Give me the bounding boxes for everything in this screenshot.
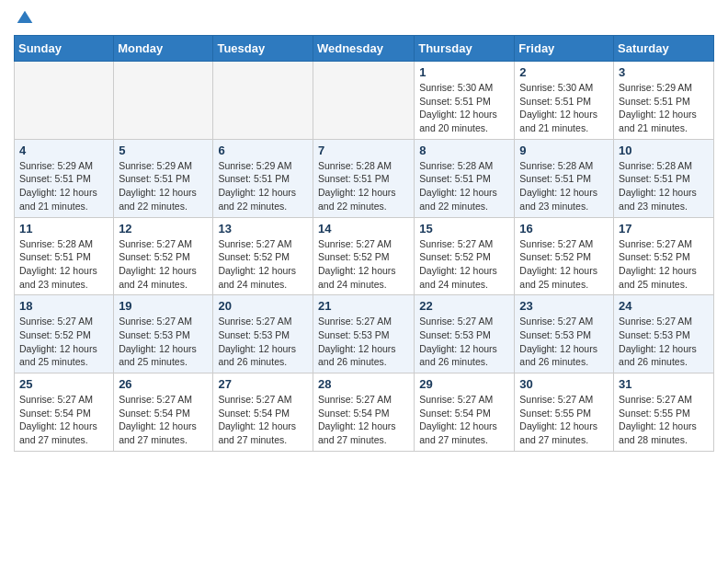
day-number: 11 [19, 222, 108, 236]
weekday-header-sunday: Sunday [15, 36, 114, 62]
calendar-cell: 13Sunrise: 5:27 AMSunset: 5:52 PMDayligh… [213, 217, 313, 295]
weekday-header-wednesday: Wednesday [313, 36, 414, 62]
day-cell-content: Sunrise: 5:27 AMSunset: 5:53 PMDaylight:… [519, 315, 609, 369]
day-cell-content: Sunrise: 5:27 AMSunset: 5:52 PMDaylight:… [519, 237, 609, 292]
calendar-cell: 21Sunrise: 5:27 AMSunset: 5:53 PMDayligh… [313, 295, 414, 373]
calendar-cell: 26Sunrise: 5:27 AMSunset: 5:54 PMDayligh… [114, 373, 213, 452]
calendar-cell [15, 62, 114, 140]
day-cell-content: Sunrise: 5:29 AMSunset: 5:51 PMDaylight:… [218, 159, 308, 213]
day-cell-content: Sunrise: 5:29 AMSunset: 5:51 PMDaylight:… [119, 159, 208, 213]
day-number: 23 [519, 299, 609, 313]
day-cell-content: Sunrise: 5:28 AMSunset: 5:51 PMDaylight:… [519, 159, 609, 213]
day-cell-content: Sunrise: 5:27 AMSunset: 5:52 PMDaylight:… [318, 237, 409, 292]
calendar-cell: 20Sunrise: 5:27 AMSunset: 5:53 PMDayligh… [213, 295, 313, 373]
day-number: 15 [419, 222, 509, 236]
day-number: 22 [419, 299, 509, 313]
day-number: 16 [519, 222, 609, 236]
calendar-cell: 30Sunrise: 5:27 AMSunset: 5:55 PMDayligh… [515, 373, 614, 452]
day-cell-content: Sunrise: 5:29 AMSunset: 5:51 PMDaylight:… [619, 81, 709, 135]
day-number: 19 [119, 299, 208, 313]
day-cell-content: Sunrise: 5:27 AMSunset: 5:53 PMDaylight:… [318, 315, 409, 369]
day-number: 3 [619, 65, 709, 79]
day-number: 18 [19, 299, 108, 313]
weekday-header-saturday: Saturday [614, 36, 714, 62]
calendar-cell: 7Sunrise: 5:28 AMSunset: 5:51 PMDaylight… [313, 139, 414, 217]
calendar-cell: 6Sunrise: 5:29 AMSunset: 5:51 PMDaylight… [213, 139, 313, 217]
day-number: 5 [119, 144, 208, 157]
day-number: 2 [519, 65, 609, 79]
calendar-cell: 29Sunrise: 5:27 AMSunset: 5:54 PMDayligh… [415, 373, 515, 452]
day-number: 27 [218, 377, 308, 391]
day-cell-content: Sunrise: 5:28 AMSunset: 5:51 PMDaylight:… [619, 159, 709, 213]
day-number: 8 [419, 144, 509, 157]
calendar-cell: 3Sunrise: 5:29 AMSunset: 5:51 PMDaylight… [614, 62, 714, 140]
calendar-cell: 31Sunrise: 5:27 AMSunset: 5:55 PMDayligh… [614, 373, 714, 452]
day-cell-content: Sunrise: 5:30 AMSunset: 5:51 PMDaylight:… [419, 81, 509, 135]
calendar-cell [213, 62, 313, 140]
day-cell-content: Sunrise: 5:27 AMSunset: 5:53 PMDaylight:… [419, 315, 509, 369]
day-number: 20 [218, 299, 308, 313]
day-cell-content: Sunrise: 5:27 AMSunset: 5:52 PMDaylight:… [619, 237, 709, 292]
calendar-table: SundayMondayTuesdayWednesdayThursdayFrid… [14, 35, 714, 452]
weekday-header-friday: Friday [515, 36, 614, 62]
weekday-header-row: SundayMondayTuesdayWednesdayThursdayFrid… [15, 36, 714, 62]
logo [14, 9, 34, 28]
calendar-cell: 15Sunrise: 5:27 AMSunset: 5:52 PMDayligh… [415, 217, 515, 295]
day-number: 1 [419, 65, 509, 79]
calendar-cell: 5Sunrise: 5:29 AMSunset: 5:51 PMDaylight… [114, 139, 213, 217]
day-number: 17 [619, 222, 709, 236]
calendar-cell: 16Sunrise: 5:27 AMSunset: 5:52 PMDayligh… [515, 217, 614, 295]
day-cell-content: Sunrise: 5:27 AMSunset: 5:54 PMDaylight:… [218, 393, 308, 447]
logo-icon [16, 9, 34, 28]
calendar-cell: 8Sunrise: 5:28 AMSunset: 5:51 PMDaylight… [415, 139, 515, 217]
day-number: 25 [19, 377, 108, 391]
day-number: 31 [619, 377, 709, 391]
day-number: 9 [519, 144, 609, 157]
day-cell-content: Sunrise: 5:27 AMSunset: 5:54 PMDaylight:… [19, 393, 108, 447]
day-cell-content: Sunrise: 5:27 AMSunset: 5:55 PMDaylight:… [619, 393, 709, 447]
weekday-header-tuesday: Tuesday [213, 36, 313, 62]
day-cell-content: Sunrise: 5:27 AMSunset: 5:54 PMDaylight:… [419, 393, 509, 447]
day-cell-content: Sunrise: 5:27 AMSunset: 5:52 PMDaylight:… [218, 237, 308, 292]
day-cell-content: Sunrise: 5:27 AMSunset: 5:53 PMDaylight:… [619, 315, 709, 369]
calendar-cell: 19Sunrise: 5:27 AMSunset: 5:53 PMDayligh… [114, 295, 213, 373]
calendar-cell: 23Sunrise: 5:27 AMSunset: 5:53 PMDayligh… [515, 295, 614, 373]
day-number: 12 [119, 222, 208, 236]
day-number: 29 [419, 377, 509, 391]
calendar-cell: 27Sunrise: 5:27 AMSunset: 5:54 PMDayligh… [213, 373, 313, 452]
day-cell-content: Sunrise: 5:27 AMSunset: 5:52 PMDaylight:… [419, 237, 509, 292]
day-cell-content: Sunrise: 5:30 AMSunset: 5:51 PMDaylight:… [519, 81, 609, 135]
day-number: 14 [318, 222, 409, 236]
calendar-cell: 28Sunrise: 5:27 AMSunset: 5:54 PMDayligh… [313, 373, 414, 452]
weekday-header-monday: Monday [114, 36, 213, 62]
calendar-cell: 12Sunrise: 5:27 AMSunset: 5:52 PMDayligh… [114, 217, 213, 295]
day-number: 7 [318, 144, 409, 157]
calendar-cell: 4Sunrise: 5:29 AMSunset: 5:51 PMDaylight… [15, 139, 114, 217]
day-number: 13 [218, 222, 308, 236]
day-number: 26 [119, 377, 208, 391]
day-cell-content: Sunrise: 5:27 AMSunset: 5:54 PMDaylight:… [318, 393, 409, 447]
calendar-cell: 2Sunrise: 5:30 AMSunset: 5:51 PMDaylight… [515, 62, 614, 140]
calendar-week-row: 4Sunrise: 5:29 AMSunset: 5:51 PMDaylight… [15, 139, 714, 217]
day-cell-content: Sunrise: 5:27 AMSunset: 5:53 PMDaylight:… [119, 315, 208, 369]
calendar-cell: 18Sunrise: 5:27 AMSunset: 5:52 PMDayligh… [15, 295, 114, 373]
calendar-week-row: 25Sunrise: 5:27 AMSunset: 5:54 PMDayligh… [15, 373, 714, 452]
day-number: 4 [19, 144, 108, 157]
calendar-cell: 11Sunrise: 5:28 AMSunset: 5:51 PMDayligh… [15, 217, 114, 295]
calendar-cell [114, 62, 213, 140]
day-number: 24 [619, 299, 709, 313]
calendar-cell: 1Sunrise: 5:30 AMSunset: 5:51 PMDaylight… [415, 62, 515, 140]
day-cell-content: Sunrise: 5:29 AMSunset: 5:51 PMDaylight:… [19, 159, 108, 213]
calendar-cell: 9Sunrise: 5:28 AMSunset: 5:51 PMDaylight… [515, 139, 614, 217]
day-cell-content: Sunrise: 5:27 AMSunset: 5:54 PMDaylight:… [119, 393, 208, 447]
day-cell-content: Sunrise: 5:27 AMSunset: 5:52 PMDaylight:… [19, 315, 108, 369]
day-cell-content: Sunrise: 5:27 AMSunset: 5:52 PMDaylight:… [119, 237, 208, 292]
day-cell-content: Sunrise: 5:28 AMSunset: 5:51 PMDaylight:… [318, 159, 409, 213]
calendar-week-row: 1Sunrise: 5:30 AMSunset: 5:51 PMDaylight… [15, 62, 714, 140]
calendar-cell: 22Sunrise: 5:27 AMSunset: 5:53 PMDayligh… [415, 295, 515, 373]
day-number: 21 [318, 299, 409, 313]
calendar-week-row: 18Sunrise: 5:27 AMSunset: 5:52 PMDayligh… [15, 295, 714, 373]
calendar-week-row: 11Sunrise: 5:28 AMSunset: 5:51 PMDayligh… [15, 217, 714, 295]
day-number: 30 [519, 377, 609, 391]
page-header [14, 9, 714, 28]
